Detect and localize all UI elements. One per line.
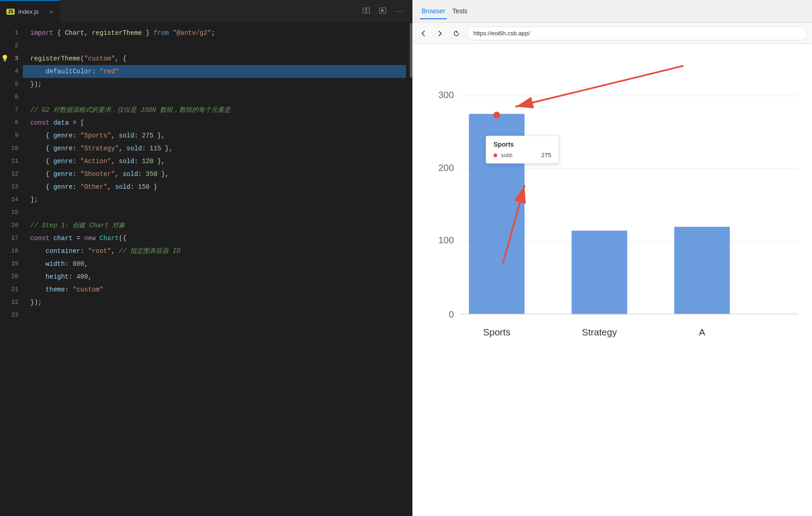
nav-bar: https://eoi6h.csb.app/ bbox=[412, 23, 812, 44]
url-text: https://eoi6h.csb.app/ bbox=[473, 30, 530, 37]
svg-rect-1 bbox=[367, 8, 369, 13]
code-line-9: { genre : "Sports" , sold : 275 }, bbox=[23, 129, 406, 142]
line-num-16: 16 bbox=[0, 219, 18, 232]
code-line-14: ]; bbox=[23, 193, 406, 206]
tab-close-button[interactable]: × bbox=[49, 8, 53, 16]
code-line-19: width : 600 , bbox=[23, 258, 406, 270]
browser-tabs: Browser Tests bbox=[420, 4, 469, 19]
svg-text:200: 200 bbox=[438, 162, 454, 173]
code-line-20: height : 400 , bbox=[23, 270, 406, 283]
browser-header: Browser Tests bbox=[412, 0, 812, 23]
line-num-22: 22 bbox=[0, 296, 18, 309]
tab-actions: ··· bbox=[355, 0, 412, 22]
code-line-13: { genre : "Other" , sold : 150 } bbox=[23, 181, 406, 193]
line-num-5: 5 bbox=[0, 78, 18, 91]
play-button[interactable] bbox=[376, 5, 389, 18]
line-num-9: 9 bbox=[0, 129, 18, 142]
svg-text:100: 100 bbox=[438, 235, 454, 245]
line-num-15: 15 bbox=[0, 206, 18, 219]
chart-svg: 300 200 100 0 Sports Strategy A bbox=[426, 53, 798, 507]
chart-area: 300 200 100 0 Sports Strategy A bbox=[412, 44, 812, 516]
line-num-20: 20 bbox=[0, 270, 18, 283]
tooltip-row: sold: 275 bbox=[494, 152, 551, 159]
line-num-18: 18 bbox=[0, 245, 18, 258]
tab-bar: JS index.js × ··· bbox=[0, 0, 412, 23]
right-panel: Browser Tests https://eoi6h.csb.app/ bbox=[412, 0, 812, 516]
address-bar[interactable]: https://eoi6h.csb.app/ bbox=[466, 27, 807, 40]
tab-tests[interactable]: Tests bbox=[450, 4, 469, 19]
svg-text:Strategy: Strategy bbox=[582, 327, 617, 337]
back-button[interactable] bbox=[417, 27, 430, 40]
forward-button[interactable] bbox=[433, 27, 446, 40]
svg-text:0: 0 bbox=[449, 309, 454, 319]
editor-panel: JS index.js × ··· 💡 1 2 bbox=[0, 0, 412, 516]
code-line-8: const data = [ bbox=[23, 116, 406, 129]
line-num-7: 7 bbox=[0, 104, 18, 116]
line-num-11: 11 bbox=[0, 155, 18, 168]
svg-marker-3 bbox=[381, 9, 384, 12]
code-line-12: { genre : "Shooter" , sold : 350 }, bbox=[23, 168, 406, 181]
code-line-1: import { Chart , registerTheme } from "@… bbox=[23, 27, 406, 39]
more-options-button[interactable]: ··· bbox=[393, 5, 408, 18]
code-line-18: container : "root" , // 指定图表容器 ID bbox=[23, 245, 406, 258]
code-line-3: registerTheme ( "custom" , { bbox=[23, 52, 406, 65]
line-num-13: 13 bbox=[0, 181, 18, 193]
line-num-12: 12 bbox=[0, 168, 18, 181]
line-num-4: 4 bbox=[0, 65, 18, 78]
tooltip-dot bbox=[494, 154, 497, 157]
code-line-11: { genre : "Action" , sold : 120 }, bbox=[23, 155, 406, 168]
keyword-import: import bbox=[30, 27, 53, 39]
code-line-7: // G2 对数据源格式的要求，仅仅是 JSON 数组，数组的每个元素是 - bbox=[23, 104, 406, 116]
line-num-8: 8 bbox=[0, 116, 18, 129]
js-icon: JS bbox=[6, 9, 15, 15]
line-num-17: 17 bbox=[0, 232, 18, 245]
line-num-1: 1 bbox=[0, 27, 18, 39]
chart-container: 300 200 100 0 Sports Strategy A bbox=[426, 53, 798, 507]
code-line-17: const chart = new Chart ({ bbox=[23, 232, 406, 245]
bar-action bbox=[674, 227, 730, 314]
reload-button[interactable] bbox=[450, 27, 463, 40]
code-line-2 bbox=[23, 39, 406, 52]
code-line-6 bbox=[23, 91, 406, 104]
code-content[interactable]: import { Chart , registerTheme } from "@… bbox=[23, 23, 406, 516]
svg-text:Sports: Sports bbox=[483, 327, 510, 337]
chart-tooltip: Sports sold: 275 bbox=[486, 136, 559, 164]
lightbulb-icon: 💡 bbox=[1, 52, 9, 65]
code-line-16: // Step 1: 创建 Chart 对象 bbox=[23, 219, 406, 232]
code-line-4: defaultColor : "red" bbox=[23, 65, 406, 78]
svg-text:A: A bbox=[699, 327, 705, 337]
svg-rect-0 bbox=[363, 8, 366, 13]
line-numbers: 💡 1 2 3 4 5 6 7 8 9 10 11 12 13 14 15 16… bbox=[0, 23, 23, 516]
tooltip-title: Sports bbox=[494, 141, 551, 148]
line-num-23: 23 bbox=[0, 309, 18, 322]
code-line-23 bbox=[23, 309, 406, 322]
line-num-14: 14 bbox=[0, 193, 18, 206]
line-num-10: 10 bbox=[0, 142, 18, 155]
split-editor-button[interactable] bbox=[360, 5, 373, 18]
editor-tab[interactable]: JS index.js × bbox=[0, 0, 60, 22]
tab-browser[interactable]: Browser bbox=[420, 4, 447, 19]
code-line-22: }); bbox=[23, 296, 406, 309]
bar-strategy bbox=[571, 231, 627, 314]
tooltip-value: 275 bbox=[541, 152, 551, 159]
line-num-21: 21 bbox=[0, 283, 18, 296]
code-line-15 bbox=[23, 206, 406, 219]
tooltip-key: sold: bbox=[501, 152, 513, 159]
code-line-21: theme : "custom" bbox=[23, 283, 406, 296]
tab-filename: index.js bbox=[18, 8, 38, 15]
hover-dot bbox=[494, 112, 500, 119]
code-line-5: }); bbox=[23, 78, 406, 91]
line-num-2: 2 bbox=[0, 39, 18, 52]
line-num-6: 6 bbox=[0, 91, 18, 104]
code-area: 💡 1 2 3 4 5 6 7 8 9 10 11 12 13 14 15 16… bbox=[0, 23, 412, 516]
svg-text:300: 300 bbox=[438, 89, 454, 100]
code-line-10: { genre : "Strategy" , sold : 115 }, bbox=[23, 142, 406, 155]
scrollbar[interactable] bbox=[406, 23, 412, 516]
line-num-19: 19 bbox=[0, 258, 18, 270]
